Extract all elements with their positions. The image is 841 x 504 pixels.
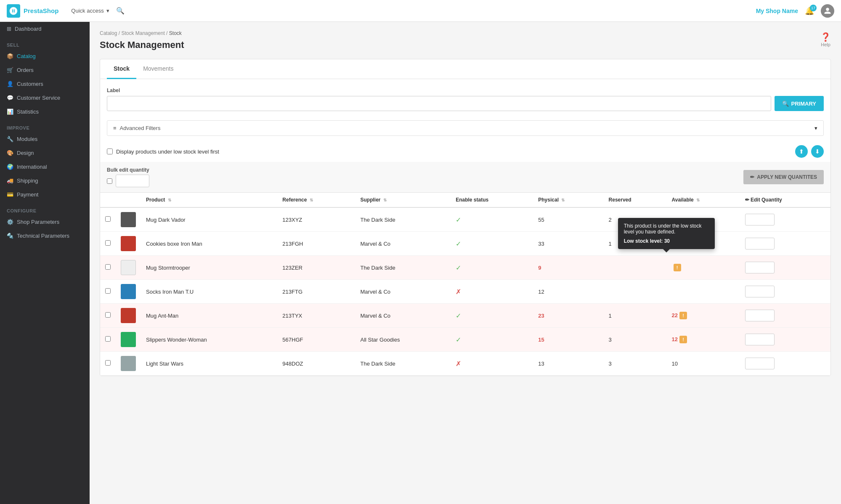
edit-quantity-input[interactable] bbox=[745, 238, 775, 249]
advanced-filters-header[interactable]: ≡ Advanced Filters ▾ bbox=[107, 121, 823, 135]
sidebar-item-design[interactable]: 🎨 Design bbox=[0, 146, 90, 160]
sidebar-item-statistics[interactable]: 📊 Statistics bbox=[0, 105, 90, 119]
export-up-button[interactable]: ⬆ bbox=[795, 145, 808, 158]
sidebar-item-shipping[interactable]: 🚚 Shipping bbox=[0, 174, 90, 188]
bulk-edit-checkbox[interactable] bbox=[107, 178, 112, 184]
chevron-down-icon: ▾ bbox=[814, 125, 817, 131]
tab-stock[interactable]: Stock bbox=[107, 59, 136, 79]
row-checkbox[interactable] bbox=[105, 336, 111, 342]
edit-quantity-input[interactable] bbox=[745, 286, 775, 297]
notifications-button[interactable]: 🔔 17 bbox=[805, 6, 814, 16]
customer-service-icon: 💬 bbox=[7, 95, 13, 101]
tab-movements[interactable]: Movements bbox=[136, 59, 180, 79]
low-stock-warning-icon[interactable]: ! bbox=[679, 336, 687, 343]
sidebar-item-catalog[interactable]: 📦 Catalog bbox=[0, 49, 90, 63]
row-status-cell: ✗ bbox=[451, 280, 533, 304]
reference-sort-icon[interactable]: ⇅ bbox=[310, 198, 313, 202]
edit-quantity-input[interactable] bbox=[745, 334, 775, 345]
search-input[interactable] bbox=[107, 96, 771, 111]
row-checkbox[interactable] bbox=[105, 312, 111, 318]
sidebar-section-configure: CONFIGURE bbox=[0, 202, 90, 215]
low-stock-warning-icon[interactable]: ! bbox=[679, 312, 687, 319]
sidebar-item-shop-parameters[interactable]: ⚙️ Shop Parameters bbox=[0, 215, 90, 229]
edit-quantity-input[interactable] bbox=[745, 262, 775, 273]
tabs: Stock Movements bbox=[100, 59, 830, 79]
sidebar-item-international[interactable]: 🌍 International bbox=[0, 160, 90, 174]
physical-sort-icon[interactable]: ⇅ bbox=[561, 198, 565, 202]
tooltip-low-stock-level: Low stock level: 30 bbox=[624, 238, 709, 244]
page-title: Stock Management bbox=[100, 40, 184, 50]
breadcrumb-stock-management[interactable]: Stock Management bbox=[121, 30, 164, 36]
apply-quantities-button[interactable]: ✏ APPLY NEW QUANTITES bbox=[743, 170, 824, 184]
physical-value: 55 bbox=[538, 217, 544, 223]
row-edit-qty-cell bbox=[740, 232, 830, 256]
quick-access-button[interactable]: Quick access ▾ bbox=[67, 5, 113, 16]
supplier-sort-icon[interactable]: ⇅ bbox=[383, 198, 387, 202]
help-button[interactable]: ❓ Help bbox=[820, 32, 831, 47]
sidebar-item-dashboard[interactable]: ⊞ Dashboard bbox=[0, 22, 90, 36]
row-supplier-cell: Marvel & Co bbox=[356, 232, 451, 256]
low-stock-checkbox[interactable] bbox=[107, 149, 113, 154]
sidebar-item-technical-parameters[interactable]: 🔩 Technical Parameters bbox=[0, 229, 90, 243]
sidebar-item-customers[interactable]: 👤 Customers bbox=[0, 77, 90, 91]
export-down-button[interactable]: ⬇ bbox=[811, 145, 824, 158]
product-reference: 213FTG bbox=[282, 289, 302, 295]
edit-quantity-input[interactable] bbox=[745, 358, 775, 369]
row-product-cell: Socks Iron Man T.U bbox=[141, 280, 277, 304]
sidebar-item-modules[interactable]: 🔧 Modules bbox=[0, 132, 90, 146]
orders-icon: 🛒 bbox=[7, 67, 13, 73]
row-image-cell bbox=[116, 328, 141, 352]
search-primary-button[interactable]: 🔍 PRIMARY bbox=[775, 96, 824, 111]
product-thumbnail bbox=[121, 260, 136, 275]
user-avatar[interactable] bbox=[821, 4, 834, 18]
sidebar-item-orders[interactable]: 🛒 Orders bbox=[0, 63, 90, 77]
th-checkbox bbox=[100, 193, 116, 207]
breadcrumb-current: Stock bbox=[169, 30, 182, 36]
sidebar-item-payment[interactable]: 💳 Payment bbox=[0, 188, 90, 202]
breadcrumb-catalog[interactable]: Catalog bbox=[100, 30, 117, 36]
help-label: Help bbox=[820, 42, 831, 47]
product-thumbnail bbox=[121, 212, 136, 227]
statistics-icon: 📊 bbox=[7, 109, 13, 115]
row-supplier-cell: The Dark Side bbox=[356, 352, 451, 376]
prestashop-logo bbox=[7, 4, 20, 18]
sidebar-section-improve: IMPROVE bbox=[0, 119, 90, 132]
shop-parameters-icon: ⚙️ bbox=[7, 219, 13, 225]
th-product: Product ⇅ bbox=[141, 193, 277, 207]
sidebar-item-customer-service[interactable]: 💬 Customer Service bbox=[0, 91, 90, 105]
bulk-edit-input[interactable] bbox=[116, 175, 149, 187]
sidebar-item-label: Modules bbox=[17, 136, 37, 142]
row-checkbox-cell bbox=[100, 352, 116, 376]
enabled-check-icon: ✓ bbox=[456, 336, 461, 343]
search-button[interactable]: 🔍 bbox=[114, 4, 127, 17]
row-reference-cell: 213FTG bbox=[277, 280, 355, 304]
row-checkbox[interactable] bbox=[105, 264, 111, 270]
low-stock-warning-icon[interactable]: ! bbox=[674, 264, 681, 271]
reserved-value: 1 bbox=[609, 313, 612, 319]
product-reference: 213FGH bbox=[282, 241, 303, 247]
available-sort-icon[interactable]: ⇅ bbox=[696, 198, 700, 202]
row-image-cell bbox=[116, 207, 141, 232]
row-physical-cell: 33 bbox=[533, 232, 603, 256]
edit-quantity-input[interactable] bbox=[745, 214, 775, 225]
product-reference: 123ZER bbox=[282, 265, 302, 271]
row-reference-cell: 123ZER bbox=[277, 256, 355, 280]
row-checkbox[interactable] bbox=[105, 216, 111, 222]
sidebar-item-label: Customer Service bbox=[17, 95, 60, 101]
row-edit-qty-cell bbox=[740, 207, 830, 232]
sidebar-item-label: Shop Parameters bbox=[17, 219, 59, 225]
row-product-cell: Mug Dark Vador bbox=[141, 207, 277, 232]
row-checkbox-cell bbox=[100, 280, 116, 304]
disabled-x-icon: ✗ bbox=[456, 288, 461, 295]
row-physical-cell: 13 bbox=[533, 352, 603, 376]
chevron-down-icon: ▾ bbox=[106, 8, 109, 14]
product-sort-icon[interactable]: ⇅ bbox=[168, 198, 171, 202]
logo-text: PrestaShop bbox=[24, 7, 58, 14]
sidebar-item-label: Orders bbox=[17, 67, 34, 73]
edit-quantity-input[interactable] bbox=[745, 310, 775, 321]
row-checkbox[interactable] bbox=[105, 288, 111, 294]
row-checkbox[interactable] bbox=[105, 360, 111, 366]
row-checkbox[interactable] bbox=[105, 240, 111, 246]
search-icon: 🔍 bbox=[782, 101, 789, 107]
dashboard-icon: ⊞ bbox=[7, 26, 11, 32]
